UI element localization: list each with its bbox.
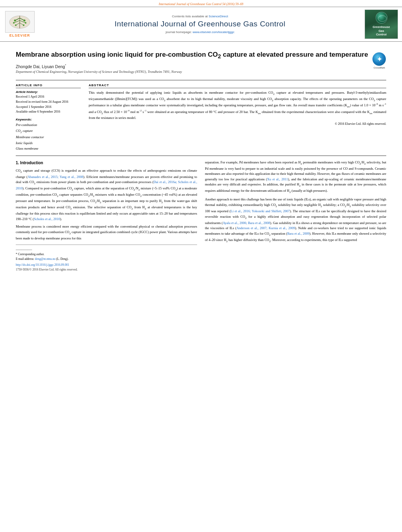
received-date: Received 1 April 2016 — [16, 95, 81, 100]
footnote-section: ___________ * Corresponding author. E-ma… — [16, 245, 197, 272]
keyword-3: Membrane contactor — [16, 134, 81, 140]
body-section: 1. Introduction CO2 capture and storage … — [16, 160, 386, 272]
keywords-section: Keywords: Pre-combustion CO2 capture Mem… — [16, 118, 81, 151]
accepted-date: Accepted 1 September 2016 — [16, 105, 81, 110]
right-para-2: Another approach to meet this challenge … — [205, 197, 386, 243]
elsevier-label: ELSEVIER — [9, 33, 30, 37]
article-history-label: Article history: — [16, 90, 81, 94]
page: International Journal of Greenhouse Gas … — [0, 0, 402, 532]
journal-citation-bar: International Journal of Greenhouse Gas … — [0, 0, 402, 7]
abstract-column: ABSTRACT This study demonstrated the pot… — [89, 83, 386, 152]
section-1-heading: 1. Introduction — [16, 160, 197, 166]
ref-dai: Dai et al., 2016a; Scholes et al., 2010 — [16, 180, 197, 190]
ref-xu: Xu et al., 2011 — [267, 177, 288, 181]
elsevier-logo-block: ELSEVIER — [4, 11, 35, 37]
main-content: Membrane absorption using ionic liquid f… — [0, 42, 402, 276]
article-info-title: ARTICLE INFO — [16, 83, 81, 88]
affiliation-line: Department of Chemical Engineering, Norw… — [16, 70, 368, 74]
svg-point-9 — [24, 19, 26, 21]
journal-header: ELSEVIER Contents lists available at Sci… — [0, 7, 402, 42]
article-title: Membrane absorption using ionic liquid f… — [16, 50, 368, 61]
issn-line: 1750-5836/© 2016 Elsevier Ltd. All right… — [16, 267, 197, 272]
abstract-text: This study demonstrated the potential of… — [89, 90, 386, 120]
available-date: Available online 6 September 2016 — [16, 109, 81, 115]
abstract-title: ABSTRACT — [89, 83, 386, 88]
ref-bara2009: Bara et al., 2009 — [287, 232, 309, 235]
body-right-col: separation. For example, Pd membranes ha… — [205, 160, 386, 272]
svg-point-8 — [14, 19, 16, 21]
doi-line[interactable]: http://dx.doi.org/10.1016/j.ijggc.2016.0… — [16, 263, 197, 267]
elsevier-logo-box — [5, 11, 35, 33]
keyword-1: Pre-combustion — [16, 122, 81, 128]
homepage-line: journal homepage: www.elsevier.com/locat… — [39, 30, 361, 34]
sciencedirect-link[interactable]: ScienceDirect — [208, 15, 228, 18]
email-link[interactable]: deng@nt.ntnu.no — [35, 257, 56, 261]
corresponding-note: * Corresponding author. — [16, 252, 197, 257]
authors-line: Zhongde Dai, Liyuan Deng* — [16, 64, 368, 69]
greenhouse-label: GreenhouseGasControl — [373, 25, 390, 37]
journal-citation-text: International Journal of Greenhouse Gas … — [159, 2, 244, 6]
email-line: E-mail address: deng@nt.ntnu.no (L. Deng… — [16, 257, 197, 261]
revised-date: Received in revised form 24 August 2016 — [16, 100, 81, 105]
right-para-1: separation. For example, Pd membranes ha… — [205, 160, 386, 195]
info-abstract-section: ARTICLE INFO Article history: Received 1… — [16, 80, 386, 152]
section-divider — [16, 156, 386, 156]
ref-ayala: Ayala et al., 2006; Bara et al., 2008 — [223, 221, 270, 225]
abstract-copyright: © 2016 Elsevier Ltd. All rights reserved… — [89, 122, 386, 126]
ref-li: Li et al., 2016; Yokozeki and Shiflett, … — [231, 209, 290, 213]
intro-para-2: Membrane process is considered more ener… — [16, 224, 197, 241]
greenhouse-logo: GreenhouseGasControl — [365, 9, 398, 39]
keyword-5: Glass membrane — [16, 146, 81, 151]
svg-point-12 — [15, 24, 17, 26]
keywords-label: Keywords: — [16, 118, 81, 121]
journal-main-title: International Journal of Greenhouse Gas … — [39, 20, 361, 29]
email-label: E-mail address: — [16, 257, 34, 261]
article-title-section: Membrane absorption using ionic liquid f… — [16, 46, 386, 76]
crossmark-icon: ✦ CrossMark — [372, 52, 386, 66]
greenhouse-globe-icon — [376, 12, 387, 24]
crossmark-circle: ✦ — [372, 52, 386, 66]
footnote-line: ___________ — [16, 247, 197, 251]
svg-point-10 — [13, 22, 15, 24]
keyword-4: Ionic liquids — [16, 140, 81, 146]
contents-text: Contents lists available at — [172, 15, 208, 18]
crossmark-label: CrossMark — [372, 67, 386, 69]
ref-anderson: Anderson et al., 2007; Kurnia et al., 20… — [236, 226, 295, 230]
article-info-column: ARTICLE INFO Article history: Received 1… — [16, 83, 81, 152]
svg-point-11 — [25, 22, 26, 24]
intro-para-1: CO2 capture and storage (CCS) is regarde… — [16, 168, 197, 222]
journal-title-block: Contents lists available at ScienceDirec… — [39, 15, 361, 34]
svg-point-13 — [23, 24, 24, 26]
body-left-col: 1. Introduction CO2 capture and storage … — [16, 160, 197, 272]
homepage-link[interactable]: www.elsevier.com/locate/ijggc — [193, 30, 234, 34]
email-note: (L. Deng). — [56, 257, 69, 261]
article-title-text-block: Membrane absorption using ionic liquid f… — [16, 50, 368, 74]
contents-line: Contents lists available at ScienceDirec… — [39, 15, 361, 18]
keyword-2: CO2 capture — [16, 128, 81, 135]
elsevier-emblem-icon — [8, 14, 32, 30]
ref-scholes: Scholes et al., 2010 — [34, 217, 60, 221]
ref-abanades: Abanades et al., 2015; Yang et al., 2008 — [28, 175, 83, 179]
homepage-text: journal homepage: — [166, 30, 192, 34]
